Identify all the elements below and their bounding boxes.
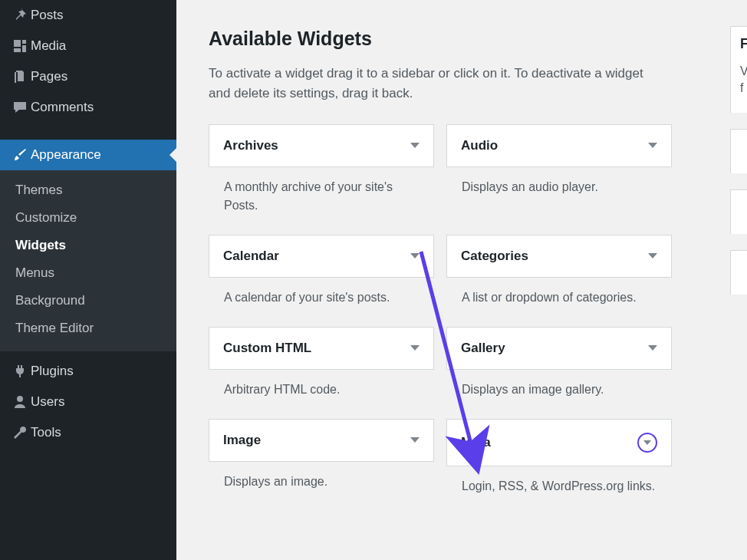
widget-categories: Categories A list or dropdown of categor… [446, 235, 672, 311]
widget-description: A monthly archive of your site's Posts. [209, 167, 434, 219]
pin-icon [9, 8, 31, 23]
chevron-down-icon [410, 345, 420, 351]
page-title: Available Widgets [209, 28, 747, 50]
panel-sub-fragment: f [740, 81, 743, 94]
sidebar-widget-slot[interactable] [730, 189, 747, 234]
chevron-down-icon [637, 433, 657, 453]
menu-label: Tools [31, 425, 61, 440]
menu-users[interactable]: Users [0, 387, 176, 417]
chevron-down-icon [410, 253, 420, 259]
menu-label: Plugins [31, 364, 74, 379]
widget-description: Displays an image. [209, 462, 434, 496]
submenu-customize[interactable]: Customize [0, 204, 176, 232]
menu-appearance[interactable]: Appearance [0, 140, 176, 170]
widget-header[interactable]: Gallery [446, 327, 672, 370]
widget-description: A list or dropdown of categories. [446, 278, 672, 311]
widget-gallery: Gallery Displays an image gallery. [446, 327, 672, 404]
menu-posts[interactable]: Posts [0, 0, 176, 31]
appearance-submenu: Themes Customize Widgets Menus Backgroun… [0, 170, 176, 351]
widget-calendar: Calendar A calendar of your site's posts… [209, 235, 434, 311]
admin-sidebar: Posts Media Pages Comments Appearance Th… [0, 0, 176, 560]
chevron-down-icon [648, 253, 657, 259]
widget-header[interactable]: Custom HTML [209, 327, 434, 370]
widget-title: Custom HTML [223, 341, 311, 356]
widget-audio: Audio Displays an audio player. [446, 124, 672, 219]
menu-label: Posts [31, 8, 64, 23]
widget-meta: Meta Login, RSS, & WordPress.org links. [446, 419, 672, 500]
widget-title: Meta [461, 435, 491, 450]
sidebar-area-header[interactable]: F V f [730, 26, 747, 113]
submenu-widgets[interactable]: Widgets [0, 232, 176, 259]
widget-header[interactable]: Audio [446, 124, 672, 167]
chevron-down-icon [410, 437, 420, 443]
widget-title: Categories [461, 249, 528, 264]
widget-header[interactable]: Image [209, 419, 434, 462]
chevron-down-icon [648, 143, 657, 148]
widget-title: Archives [223, 138, 278, 153]
sidebar-area-panel: F V f [730, 26, 747, 548]
menu-label: Media [31, 38, 66, 54]
menu-pages[interactable]: Pages [0, 61, 176, 92]
section-description: To activate a widget drag it to a sideba… [209, 64, 661, 104]
available-widgets-grid: Archives A monthly archive of your site'… [209, 124, 747, 516]
sidebar-widget-slot[interactable] [730, 129, 747, 173]
menu-label: Comments [31, 100, 94, 115]
wrench-icon [9, 425, 31, 440]
widget-title: Gallery [461, 341, 505, 356]
user-icon [9, 394, 31, 410]
menu-plugins[interactable]: Plugins [0, 356, 176, 387]
widget-header[interactable]: Meta [446, 419, 672, 466]
widget-description: Displays an audio player. [446, 167, 672, 201]
widget-description: Arbitrary HTML code. [209, 370, 434, 404]
menu-label: Pages [31, 69, 67, 84]
chevron-down-icon [410, 143, 420, 148]
panel-sub-fragment: V [740, 64, 747, 77]
menu-comments[interactable]: Comments [0, 92, 176, 123]
submenu-background[interactable]: Background [0, 287, 176, 315]
widget-description: Displays an image gallery. [446, 370, 672, 404]
submenu-theme-editor[interactable]: Theme Editor [0, 315, 176, 342]
widget-description: A calendar of your site's posts. [209, 278, 434, 311]
menu-label: Appearance [31, 147, 101, 163]
sidebar-widget-slot[interactable] [730, 250, 747, 295]
submenu-menus[interactable]: Menus [0, 259, 176, 287]
widget-title: Calendar [223, 249, 279, 264]
widget-custom-html: Custom HTML Arbitrary HTML code. [209, 327, 434, 404]
comment-icon [9, 100, 31, 115]
menu-media[interactable]: Media [0, 31, 176, 61]
pages-icon [9, 69, 31, 84]
plug-icon [9, 364, 31, 379]
media-icon [9, 38, 31, 54]
widget-header[interactable]: Archives [209, 124, 434, 167]
submenu-themes[interactable]: Themes [0, 176, 176, 204]
widget-image: Image Displays an image. [209, 419, 434, 500]
widgets-content: Available Widgets To activate a widget d… [209, 28, 747, 516]
widget-title: Image [223, 433, 261, 448]
brush-icon [9, 147, 31, 163]
chevron-down-icon [648, 345, 657, 351]
widget-archives: Archives A monthly archive of your site'… [209, 124, 434, 219]
widget-title: Audio [461, 138, 498, 153]
menu-label: Users [31, 394, 64, 410]
widget-header[interactable]: Calendar [209, 235, 434, 278]
menu-tools[interactable]: Tools [0, 417, 176, 448]
widget-description: Login, RSS, & WordPress.org links. [446, 466, 672, 500]
widget-header[interactable]: Categories [446, 235, 672, 278]
panel-title-fragment: F [740, 36, 747, 51]
